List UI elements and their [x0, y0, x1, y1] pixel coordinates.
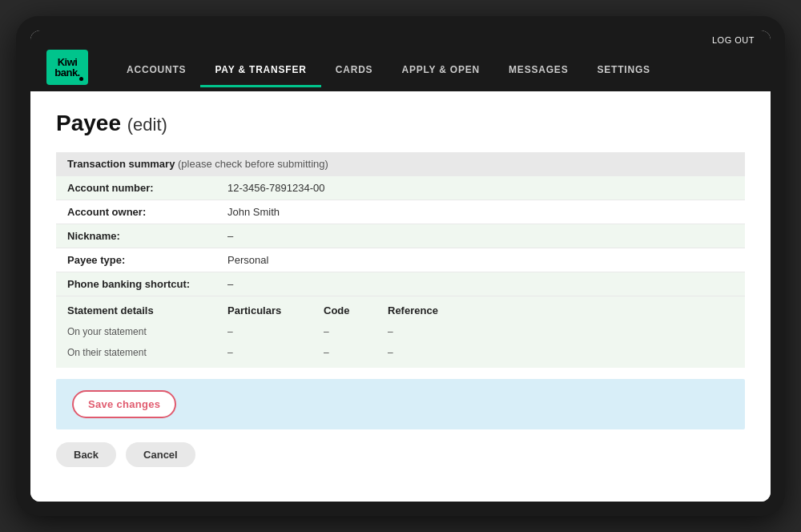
row-value: Personal	[216, 248, 745, 272]
nav-pay-transfer[interactable]: PAY & TRANSFER	[200, 54, 320, 87]
stmt-row-reference: –	[388, 326, 468, 337]
stmt-row-particulars: –	[227, 347, 324, 358]
statement-row-theirs: On their statement – – –	[56, 342, 745, 368]
table-row: Payee type: Personal	[56, 248, 745, 272]
logo-box: Kiwi bank.	[46, 50, 88, 85]
logout-link[interactable]: LOG OUT	[712, 35, 755, 45]
stmt-row-code: –	[324, 347, 388, 358]
stmt-row-label: On their statement	[67, 347, 227, 358]
stmt-row-reference: –	[388, 347, 468, 358]
table-row: Account number: 12-3456-7891234-00	[56, 176, 745, 200]
page-title: Payee (edit)	[56, 111, 745, 136]
statement-row-yours: On your statement – – –	[56, 321, 745, 342]
logo-dot	[79, 77, 83, 81]
row-value: 12-3456-7891234-00	[216, 176, 745, 200]
row-label: Payee type:	[56, 248, 216, 272]
nav-settings[interactable]: SETTINGS	[582, 54, 664, 87]
stmt-reference-col: Reference	[388, 304, 468, 316]
nav-apply-open[interactable]: APPLY & OPEN	[387, 54, 494, 87]
logo-container: Kiwi bank.	[46, 50, 88, 85]
row-label: Nickname:	[56, 224, 216, 248]
stmt-row-code: –	[324, 326, 388, 337]
back-button[interactable]: Back	[56, 442, 116, 467]
nav-cards[interactable]: CARDS	[321, 54, 388, 87]
row-value: –	[216, 224, 745, 248]
summary-header: Transaction summary (please check before…	[56, 152, 745, 176]
stmt-row-label: On your statement	[67, 326, 227, 337]
nav-messages[interactable]: MESSAGES	[494, 54, 582, 87]
tablet-screen: LOG OUT Kiwi bank. ACCOUNTS PAY & TRANSF…	[30, 30, 771, 502]
header-nav: Kiwi bank. ACCOUNTS PAY & TRANSFER CARDS…	[30, 50, 771, 91]
table-row: Account owner: John Smith	[56, 200, 745, 224]
nav-accounts[interactable]: ACCOUNTS	[112, 54, 200, 87]
header: LOG OUT Kiwi bank. ACCOUNTS PAY & TRANSF…	[30, 30, 771, 91]
main-content: Payee (edit) Transaction summary (please…	[30, 91, 771, 502]
bottom-buttons: Back Cancel	[56, 442, 745, 474]
row-label: Account number:	[56, 176, 216, 200]
stmt-row-particulars: –	[227, 326, 324, 337]
tablet-frame: LOG OUT Kiwi bank. ACCOUNTS PAY & TRANSF…	[16, 16, 785, 516]
row-value: –	[216, 272, 745, 296]
table-row: Phone banking shortcut: –	[56, 272, 745, 296]
stmt-particulars-col: Particulars	[227, 304, 324, 316]
logo-bank: bank.	[54, 67, 79, 78]
stmt-label-col: Statement details	[67, 304, 227, 316]
header-top: LOG OUT	[30, 30, 771, 50]
save-section: Save changes	[56, 379, 745, 429]
page-title-main: Payee	[56, 111, 121, 135]
page-title-edit: (edit)	[127, 115, 167, 135]
table-row: Nickname: –	[56, 224, 745, 248]
stmt-code-col: Code	[324, 304, 388, 316]
save-changes-button[interactable]: Save changes	[72, 390, 176, 418]
summary-table: Transaction summary (please check before…	[56, 152, 745, 296]
statement-details-header: Statement details Particulars Code Refer…	[56, 296, 745, 321]
row-label: Phone banking shortcut:	[56, 272, 216, 296]
row-value: John Smith	[216, 200, 745, 224]
cancel-button[interactable]: Cancel	[126, 442, 195, 467]
row-label: Account owner:	[56, 200, 216, 224]
